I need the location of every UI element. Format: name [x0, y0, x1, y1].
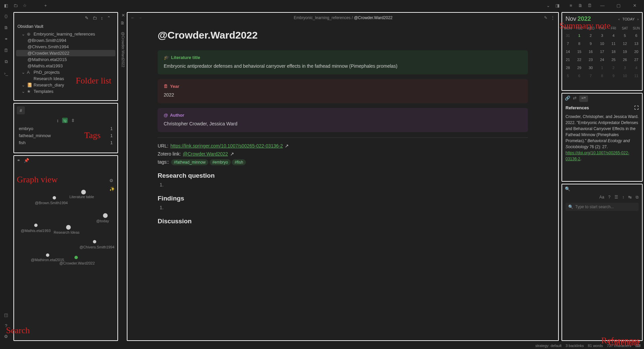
cal-day[interactable]: 3: [596, 32, 608, 40]
link-icon[interactable]: 🔗: [565, 96, 570, 102]
hash-icon[interactable]: #: [17, 106, 25, 114]
layout-icon[interactable]: ↹: [628, 195, 632, 199]
tag-row[interactable]: fish1: [14, 139, 117, 146]
list-icon[interactable]: ☰: [614, 195, 618, 199]
tree-row[interactable]: @Mathis.etal1993: [14, 63, 117, 69]
cal-day[interactable]: 7: [585, 72, 596, 80]
maximize-button[interactable]: ▢: [612, 3, 625, 8]
star-icon[interactable]: ☆: [21, 2, 28, 9]
cal-day[interactable]: 23: [585, 56, 596, 64]
breadcrumb-current[interactable]: @Crowder.Ward2022: [354, 15, 392, 20]
tree-row[interactable]: ⌄📔Research_diary: [14, 82, 117, 88]
tag-chip[interactable]: #embryo: [210, 159, 231, 165]
breadcrumb[interactable]: Embryonic_learning_references / @Crowder…: [146, 15, 541, 20]
cal-day[interactable]: 31: [562, 32, 574, 40]
cal-day[interactable]: 16: [585, 48, 596, 56]
file-icon[interactable]: 🗎: [3, 24, 9, 31]
tree-row[interactable]: ⌄APhD_projects: [14, 69, 117, 75]
command-icon[interactable]: ›_: [3, 70, 9, 76]
new-note-icon[interactable]: ✎: [85, 15, 89, 20]
cal-day[interactable]: 22: [574, 56, 585, 64]
cal-day[interactable]: 15: [574, 48, 585, 56]
cal-day[interactable]: 14: [562, 48, 574, 56]
cal-day[interactable]: 8: [574, 40, 585, 48]
tag-chip[interactable]: #fathead_minnow: [171, 159, 208, 165]
cal-day[interactable]: 2: [608, 64, 619, 72]
local-graph-icon[interactable]: ⚭: [17, 158, 20, 163]
cal-day[interactable]: 30: [585, 64, 596, 72]
tree-row[interactable]: @Mathiron.etal2015: [14, 56, 117, 63]
settings-icon[interactable]: ⚙: [3, 333, 9, 340]
cal-day[interactable]: 13: [631, 40, 642, 48]
wand-icon[interactable]: ✨: [109, 186, 115, 191]
gear-icon[interactable]: ⚙: [109, 178, 115, 183]
tag-row[interactable]: fathead_minnow1: [14, 132, 117, 139]
cal-day[interactable]: 18: [608, 48, 619, 56]
search-icon[interactable]: 🔍: [565, 186, 570, 191]
more-icon[interactable]: ⋮: [551, 15, 555, 20]
cal-day[interactable]: 8: [596, 72, 608, 80]
cal-day[interactable]: 12: [619, 40, 631, 48]
nav-forward-icon[interactable]: →: [138, 15, 142, 20]
pin-icon[interactable]: 📌: [24, 158, 29, 163]
sort-icon[interactable]: ↕: [57, 118, 59, 123]
keyboard-icon[interactable]: ⌨: [635, 344, 641, 348]
match-case-icon[interactable]: Aa: [599, 195, 604, 199]
tree-row[interactable]: ⌄★Templates: [14, 88, 117, 95]
cal-day[interactable]: 25: [608, 56, 619, 64]
help-icon[interactable]: ?: [3, 322, 9, 329]
sort-icon[interactable]: ↕: [101, 15, 103, 20]
cal-day[interactable]: 5: [619, 32, 631, 40]
note-body[interactable]: Summary note @Crowder.Ward2022 🎓Literatu…: [127, 23, 558, 340]
cal-day[interactable]: 5: [562, 72, 574, 80]
copy-icon[interactable]: ⧉: [3, 58, 9, 65]
list-icon[interactable]: ≡: [568, 2, 574, 9]
document-icon[interactable]: 🗎: [577, 2, 584, 9]
new-tab-button[interactable]: +: [44, 3, 47, 8]
tree-row[interactable]: @Brown.Smith1994: [14, 37, 117, 44]
calendar-icon[interactable]: 🗓: [586, 2, 593, 9]
tag-row[interactable]: embryo1: [14, 125, 117, 132]
cal-day[interactable]: 7: [562, 40, 574, 48]
cal-day[interactable]: 9: [608, 72, 619, 80]
cal-day[interactable]: 26: [619, 56, 631, 64]
quick-switcher-icon[interactable]: ⟨⟩: [3, 13, 9, 19]
cal-day[interactable]: 24: [596, 56, 608, 64]
tree-row[interactable]: @Chivers.Smith1994: [14, 44, 117, 50]
cal-day[interactable]: 6: [574, 72, 585, 80]
cal-day[interactable]: 2: [585, 32, 596, 40]
prev-month-icon[interactable]: ‹: [619, 17, 620, 21]
vault-icon[interactable]: ◫: [3, 311, 9, 318]
breadcrumb-parent[interactable]: Embryonic_learning_references: [294, 15, 351, 20]
cal-day[interactable]: 3: [619, 64, 631, 72]
new-folder-icon[interactable]: 🗀: [93, 15, 97, 20]
status-backlinks[interactable]: 3 backlinks: [566, 344, 584, 348]
tree-row[interactable]: ⌄⊕Embryonic_learning_references: [14, 31, 117, 37]
tree-row[interactable]: @Crowder.Ward2022: [16, 50, 115, 56]
cal-day[interactable]: 27: [631, 56, 642, 64]
graph-icon[interactable]: ⚭: [3, 36, 9, 42]
references-tab-icon[interactable]: ❝❞: [579, 96, 588, 102]
close-button[interactable]: ✕: [628, 3, 641, 8]
cal-day[interactable]: 19: [619, 48, 631, 56]
minimize-button[interactable]: ―: [596, 3, 609, 8]
sidebar-toggle-icon[interactable]: ◧: [3, 2, 9, 9]
cal-day[interactable]: 4: [608, 32, 619, 40]
cal-day[interactable]: 10: [596, 40, 608, 48]
backlinks-icon[interactable]: ⇄: [573, 96, 577, 102]
file-icon[interactable]: 🗎: [120, 20, 126, 26]
cal-day[interactable]: 1: [574, 32, 585, 40]
cal-day[interactable]: 4: [631, 64, 642, 72]
tag-chip[interactable]: #fish: [232, 159, 246, 165]
cal-day[interactable]: 21: [562, 56, 574, 64]
vertical-tab[interactable]: @Crowder.Ward2022: [120, 30, 126, 69]
search-input[interactable]: 🔍 Type to start search...: [566, 203, 639, 211]
cal-day[interactable]: 20: [631, 48, 642, 56]
graph-canvas[interactable]: ⚙ ✨ Graph view Literature table @Brown.S…: [14, 165, 117, 340]
cal-day[interactable]: 1: [596, 64, 608, 72]
cal-day[interactable]: 29: [574, 64, 585, 72]
regex-icon[interactable]: ?: [608, 195, 610, 199]
cal-day[interactable]: 17: [596, 48, 608, 56]
chevron-down-icon[interactable]: ⌄: [545, 2, 551, 9]
folder-open-icon[interactable]: 🗀: [12, 2, 19, 9]
